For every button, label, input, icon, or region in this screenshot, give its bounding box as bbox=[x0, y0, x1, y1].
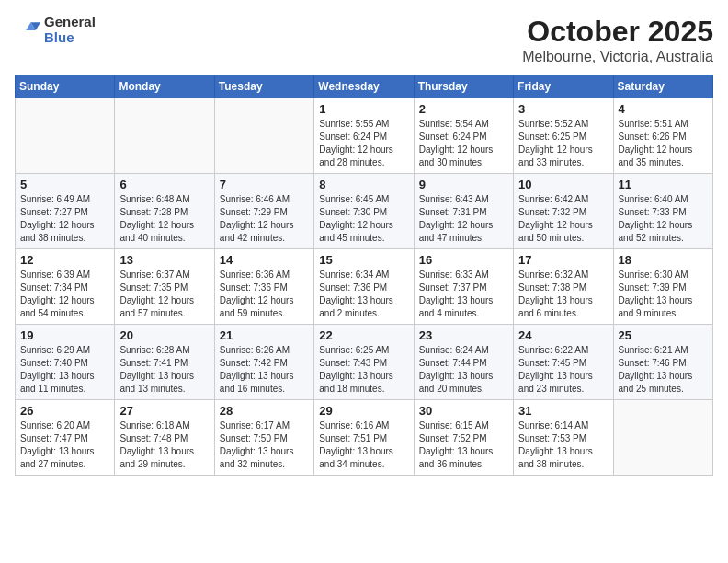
calendar-cell bbox=[115, 98, 214, 174]
calendar-cell: 22Sunrise: 6:25 AM Sunset: 7:43 PM Dayli… bbox=[314, 325, 414, 400]
calendar-cell: 3Sunrise: 5:52 AM Sunset: 6:25 PM Daylig… bbox=[514, 98, 613, 174]
cell-day-info: Sunrise: 6:43 AM Sunset: 7:31 PM Dayligh… bbox=[419, 193, 508, 245]
cell-day-info: Sunrise: 5:55 AM Sunset: 6:24 PM Dayligh… bbox=[319, 118, 408, 169]
cell-day-info: Sunrise: 6:16 AM Sunset: 7:51 PM Dayligh… bbox=[319, 419, 408, 471]
cell-day-info: Sunrise: 6:24 AM Sunset: 7:44 PM Dayligh… bbox=[419, 344, 508, 396]
cell-day-number: 23 bbox=[419, 328, 508, 342]
calendar-header-row: SundayMondayTuesdayWednesdayThursdayFrid… bbox=[16, 75, 713, 98]
cell-day-number: 25 bbox=[619, 328, 708, 342]
logo-general: General bbox=[44, 15, 96, 30]
calendar-cell: 23Sunrise: 6:24 AM Sunset: 7:44 PM Dayli… bbox=[414, 325, 513, 400]
calendar-cell: 8Sunrise: 6:45 AM Sunset: 7:30 PM Daylig… bbox=[314, 174, 414, 249]
calendar-cell: 9Sunrise: 6:43 AM Sunset: 7:31 PM Daylig… bbox=[414, 174, 513, 249]
title-block: October 2025 Melbourne, Victoria, Austra… bbox=[522, 15, 713, 65]
calendar-table: SundayMondayTuesdayWednesdayThursdayFrid… bbox=[15, 75, 713, 476]
month-title: October 2025 bbox=[522, 15, 713, 49]
calendar-cell: 21Sunrise: 6:26 AM Sunset: 7:42 PM Dayli… bbox=[214, 325, 313, 400]
cell-day-number: 4 bbox=[619, 102, 708, 116]
cell-day-number: 21 bbox=[220, 328, 309, 342]
cell-day-number: 6 bbox=[119, 178, 209, 191]
cell-day-number: 20 bbox=[119, 328, 209, 342]
cell-day-number: 13 bbox=[119, 253, 209, 267]
cell-day-number: 31 bbox=[518, 404, 608, 418]
logo-icon bbox=[15, 17, 40, 43]
cell-day-number: 9 bbox=[419, 178, 508, 191]
cell-day-info: Sunrise: 6:26 AM Sunset: 7:42 PM Dayligh… bbox=[220, 344, 309, 396]
cell-day-info: Sunrise: 6:20 AM Sunset: 7:47 PM Dayligh… bbox=[20, 419, 109, 471]
cell-day-number: 28 bbox=[220, 404, 309, 418]
cell-day-info: Sunrise: 6:15 AM Sunset: 7:52 PM Dayligh… bbox=[419, 419, 508, 471]
cell-day-info: Sunrise: 6:14 AM Sunset: 7:53 PM Dayligh… bbox=[518, 419, 608, 471]
cell-day-info: Sunrise: 6:25 AM Sunset: 7:43 PM Dayligh… bbox=[319, 344, 408, 396]
cell-day-number: 22 bbox=[319, 328, 408, 342]
cell-day-number: 30 bbox=[419, 404, 508, 418]
calendar-cell: 27Sunrise: 6:18 AM Sunset: 7:48 PM Dayli… bbox=[115, 400, 214, 476]
calendar-cell bbox=[613, 400, 712, 476]
cell-day-info: Sunrise: 6:39 AM Sunset: 7:34 PM Dayligh… bbox=[20, 269, 109, 320]
calendar-cell: 13Sunrise: 6:37 AM Sunset: 7:35 PM Dayli… bbox=[115, 249, 214, 325]
calendar-cell bbox=[214, 98, 313, 174]
cell-day-info: Sunrise: 6:36 AM Sunset: 7:36 PM Dayligh… bbox=[220, 269, 309, 320]
calendar-week-row: 19Sunrise: 6:29 AM Sunset: 7:40 PM Dayli… bbox=[16, 325, 713, 400]
cell-day-number: 5 bbox=[20, 178, 109, 191]
weekday-header: Tuesday bbox=[214, 75, 313, 98]
calendar-cell: 26Sunrise: 6:20 AM Sunset: 7:47 PM Dayli… bbox=[16, 400, 115, 476]
calendar-cell bbox=[16, 98, 115, 174]
cell-day-info: Sunrise: 6:29 AM Sunset: 7:40 PM Dayligh… bbox=[20, 344, 109, 396]
calendar-cell: 16Sunrise: 6:33 AM Sunset: 7:37 PM Dayli… bbox=[414, 249, 513, 325]
calendar-cell: 17Sunrise: 6:32 AM Sunset: 7:38 PM Dayli… bbox=[514, 249, 613, 325]
cell-day-info: Sunrise: 6:18 AM Sunset: 7:48 PM Dayligh… bbox=[119, 419, 209, 471]
cell-day-info: Sunrise: 6:48 AM Sunset: 7:28 PM Dayligh… bbox=[119, 193, 209, 245]
calendar-cell: 18Sunrise: 6:30 AM Sunset: 7:39 PM Dayli… bbox=[613, 249, 712, 325]
cell-day-number: 8 bbox=[319, 178, 408, 191]
cell-day-info: Sunrise: 6:21 AM Sunset: 7:46 PM Dayligh… bbox=[619, 344, 708, 396]
weekday-header: Thursday bbox=[414, 75, 513, 98]
calendar-cell: 24Sunrise: 6:22 AM Sunset: 7:45 PM Dayli… bbox=[514, 325, 613, 400]
logo-blue: Blue bbox=[44, 30, 96, 46]
weekday-header: Monday bbox=[115, 75, 214, 98]
weekday-header: Saturday bbox=[613, 75, 712, 98]
cell-day-number: 10 bbox=[518, 178, 608, 191]
logo: General Blue bbox=[15, 15, 96, 45]
cell-day-info: Sunrise: 6:46 AM Sunset: 7:29 PM Dayligh… bbox=[220, 193, 309, 245]
cell-day-number: 19 bbox=[20, 328, 109, 342]
cell-day-info: Sunrise: 6:49 AM Sunset: 7:27 PM Dayligh… bbox=[20, 193, 109, 245]
calendar-cell: 20Sunrise: 6:28 AM Sunset: 7:41 PM Dayli… bbox=[115, 325, 214, 400]
cell-day-info: Sunrise: 6:28 AM Sunset: 7:41 PM Dayligh… bbox=[119, 344, 209, 396]
calendar-cell: 14Sunrise: 6:36 AM Sunset: 7:36 PM Dayli… bbox=[214, 249, 313, 325]
calendar-cell: 19Sunrise: 6:29 AM Sunset: 7:40 PM Dayli… bbox=[16, 325, 115, 400]
calendar-cell: 1Sunrise: 5:55 AM Sunset: 6:24 PM Daylig… bbox=[314, 98, 414, 174]
cell-day-info: Sunrise: 6:45 AM Sunset: 7:30 PM Dayligh… bbox=[319, 193, 408, 245]
calendar-week-row: 12Sunrise: 6:39 AM Sunset: 7:34 PM Dayli… bbox=[16, 249, 713, 325]
cell-day-info: Sunrise: 6:37 AM Sunset: 7:35 PM Dayligh… bbox=[119, 269, 209, 320]
calendar-cell: 25Sunrise: 6:21 AM Sunset: 7:46 PM Dayli… bbox=[613, 325, 712, 400]
calendar-cell: 29Sunrise: 6:16 AM Sunset: 7:51 PM Dayli… bbox=[314, 400, 414, 476]
calendar-cell: 4Sunrise: 5:51 AM Sunset: 6:26 PM Daylig… bbox=[613, 98, 712, 174]
cell-day-info: Sunrise: 5:51 AM Sunset: 6:26 PM Dayligh… bbox=[619, 118, 708, 169]
cell-day-number: 12 bbox=[20, 253, 109, 267]
cell-day-number: 14 bbox=[220, 253, 309, 267]
calendar-week-row: 5Sunrise: 6:49 AM Sunset: 7:27 PM Daylig… bbox=[16, 174, 713, 249]
cell-day-number: 24 bbox=[518, 328, 608, 342]
cell-day-number: 3 bbox=[518, 102, 608, 116]
cell-day-number: 1 bbox=[319, 102, 408, 116]
cell-day-number: 29 bbox=[319, 404, 408, 418]
weekday-header: Friday bbox=[514, 75, 613, 98]
cell-day-number: 11 bbox=[619, 178, 708, 191]
location-title: Melbourne, Victoria, Australia bbox=[522, 49, 713, 65]
calendar-cell: 30Sunrise: 6:15 AM Sunset: 7:52 PM Dayli… bbox=[414, 400, 513, 476]
cell-day-number: 15 bbox=[319, 253, 408, 267]
calendar-cell: 6Sunrise: 6:48 AM Sunset: 7:28 PM Daylig… bbox=[115, 174, 214, 249]
calendar-cell: 15Sunrise: 6:34 AM Sunset: 7:36 PM Dayli… bbox=[314, 249, 414, 325]
cell-day-number: 17 bbox=[518, 253, 608, 267]
calendar-cell: 2Sunrise: 5:54 AM Sunset: 6:24 PM Daylig… bbox=[414, 98, 513, 174]
cell-day-number: 26 bbox=[20, 404, 109, 418]
calendar-cell: 7Sunrise: 6:46 AM Sunset: 7:29 PM Daylig… bbox=[214, 174, 313, 249]
cell-day-number: 2 bbox=[419, 102, 508, 116]
cell-day-info: Sunrise: 6:33 AM Sunset: 7:37 PM Dayligh… bbox=[419, 269, 508, 320]
calendar-cell: 28Sunrise: 6:17 AM Sunset: 7:50 PM Dayli… bbox=[214, 400, 313, 476]
calendar-cell: 10Sunrise: 6:42 AM Sunset: 7:32 PM Dayli… bbox=[514, 174, 613, 249]
logo-text: General Blue bbox=[44, 15, 96, 45]
cell-day-number: 18 bbox=[619, 253, 708, 267]
cell-day-info: Sunrise: 6:32 AM Sunset: 7:38 PM Dayligh… bbox=[518, 269, 608, 320]
